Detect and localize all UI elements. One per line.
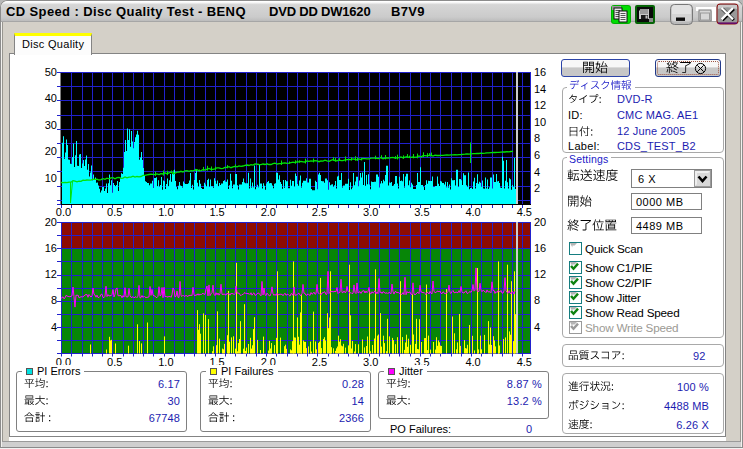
svg-text:0.0: 0.0 — [56, 206, 71, 218]
svg-text:20: 20 — [534, 216, 546, 228]
svg-text:10: 10 — [534, 116, 546, 128]
svg-text:1.5: 1.5 — [209, 206, 224, 218]
svg-text:16: 16 — [45, 242, 57, 254]
svg-text:16: 16 — [534, 66, 546, 78]
svg-text:4.5: 4.5 — [517, 206, 532, 218]
svg-text:1.0: 1.0 — [158, 206, 173, 218]
svg-text:12: 12 — [45, 268, 57, 280]
svg-text:4: 4 — [534, 321, 540, 333]
svg-text:16: 16 — [534, 242, 546, 254]
svg-text:6: 6 — [534, 149, 540, 161]
svg-text:1.0: 1.0 — [158, 356, 173, 368]
svg-text:30: 30 — [45, 119, 57, 131]
svg-text:4.5: 4.5 — [517, 356, 532, 368]
svg-text:3.0: 3.0 — [363, 206, 378, 218]
svg-text:40: 40 — [45, 92, 57, 104]
svg-text:10: 10 — [45, 172, 57, 184]
svg-text:14: 14 — [534, 83, 546, 95]
svg-text:2.0: 2.0 — [261, 206, 276, 218]
svg-text:4: 4 — [534, 166, 540, 178]
svg-text:2: 2 — [534, 182, 540, 194]
svg-text:12: 12 — [534, 99, 546, 111]
svg-text:4.0: 4.0 — [465, 206, 480, 218]
svg-text:8: 8 — [534, 132, 540, 144]
svg-text:0.5: 0.5 — [107, 206, 122, 218]
svg-text:8: 8 — [534, 294, 540, 306]
svg-text:50: 50 — [45, 66, 57, 78]
svg-text:3.0: 3.0 — [363, 356, 378, 368]
svg-text:4: 4 — [51, 321, 57, 333]
svg-text:12: 12 — [534, 268, 546, 280]
svg-text:20: 20 — [45, 145, 57, 157]
svg-text:0.5: 0.5 — [107, 356, 122, 368]
svg-text:2.5: 2.5 — [312, 356, 327, 368]
svg-text:2.5: 2.5 — [312, 206, 327, 218]
svg-text:4.0: 4.0 — [465, 356, 480, 368]
svg-text:3.5: 3.5 — [414, 206, 429, 218]
svg-text:8: 8 — [51, 294, 57, 306]
